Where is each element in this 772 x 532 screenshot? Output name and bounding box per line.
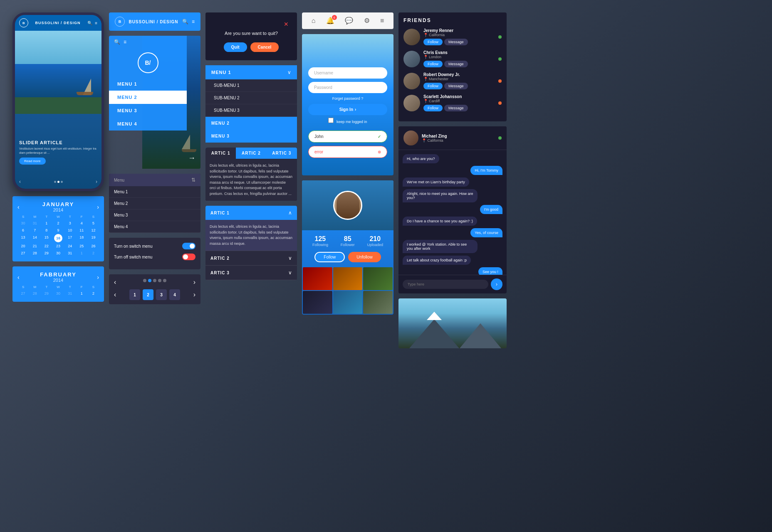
cal-day[interactable]: 31 [64,250,76,256]
username-success-field[interactable]: John ✓ [308,131,387,143]
dot-4[interactable] [158,279,161,282]
page-3[interactable]: 3 [156,289,167,300]
forgot-password-link[interactable]: Forget password ? [308,96,387,101]
message-chris-button[interactable]: Message [444,61,468,67]
cal-day-today[interactable]: 16 [54,234,62,242]
message-scarlett-button[interactable]: Message [444,105,468,111]
cal-day[interactable]: 20 [17,243,29,249]
dot-1[interactable] [143,279,146,282]
message-jeremy-button[interactable]: Message [444,39,468,45]
cal-day[interactable]: 11 [76,227,87,234]
select-item-3[interactable]: Menu 3 [109,209,200,221]
sidebar-menu-item-4[interactable]: MENU 4 [109,117,187,131]
tab-artic1[interactable]: ARTIC 1 [205,148,236,159]
menu-header-icon[interactable]: ≡ [192,19,195,25]
modal-close-icon[interactable]: ✕ [214,21,289,27]
dropdown-menu2[interactable]: MENU 2 [205,117,297,130]
cal-day[interactable]: 7 [29,227,40,234]
cal-day[interactable]: 15 [41,234,52,242]
page-2[interactable]: 2 [143,289,153,300]
cal-day[interactable]: 30 [17,220,29,227]
cal-day[interactable]: 31 [64,290,76,297]
dot-3[interactable] [61,181,63,183]
search-icon[interactable]: 🔍 [87,21,92,25]
toggle-off[interactable] [182,254,195,260]
accordion-header-2[interactable]: ARTIC 2 ∨ [205,251,297,265]
select-item-2[interactable]: Menu 2 [109,198,200,209]
cal-day[interactable]: 27 [17,250,29,256]
cal-day[interactable]: 23 [52,243,64,249]
page-4[interactable]: 4 [169,289,180,300]
select-item-4[interactable]: Menu 4 [109,221,200,233]
cal-day[interactable]: 13 [17,234,29,242]
sidebar-menu-item-1[interactable]: MENU 1 [109,77,187,91]
cal-day[interactable]: 1 [76,250,87,256]
select-item-1[interactable]: Menu 1 [109,186,200,198]
message-robert-button[interactable]: Message [444,83,468,89]
cal-prev[interactable]: ‹ [17,204,20,210]
follow-robert-button[interactable]: Follow [423,83,443,89]
list-nav-icon[interactable]: ≡ [380,17,384,25]
cal-next[interactable]: › [97,204,99,210]
cancel-button[interactable]: Cancel [250,42,279,52]
bell-nav-icon[interactable]: 🔔 6 [326,17,334,25]
accordion-header-1[interactable]: ARTIC 1 ∧ [205,206,297,220]
prev-arrow[interactable]: ‹ [19,179,21,185]
cal-day[interactable]: 22 [41,243,52,249]
num-next-arrow[interactable]: › [193,291,195,298]
username-field[interactable]: Username [308,67,387,79]
photo-5[interactable] [333,291,363,314]
cal-feb-prev[interactable]: ‹ [17,274,20,281]
profile-unfollow-button[interactable]: Unfollow [348,252,381,262]
follow-chris-button[interactable]: Follow [423,61,443,67]
cal-day[interactable]: 9 [52,227,64,234]
tab-artic3[interactable]: ARTIC 3 [267,148,297,159]
dot-1[interactable] [54,181,56,183]
dot-2[interactable] [57,181,59,183]
cal-day[interactable]: 2 [52,220,64,227]
cal-day[interactable]: 8 [41,227,52,234]
cal-day[interactable]: 14 [29,234,40,242]
toggle-on[interactable] [182,243,195,249]
error-field[interactable]: error ⊗ [308,146,387,158]
cal-day[interactable]: 27 [17,290,29,297]
cal-day[interactable]: 31 [29,220,40,227]
photo-3[interactable] [363,267,393,290]
cal-day[interactable]: 2 [88,250,99,256]
profile-follow-button[interactable]: Follow [314,252,345,262]
cal-day[interactable]: 12 [88,227,99,234]
cal-day[interactable]: 26 [88,243,99,249]
cal-day[interactable]: 29 [41,290,52,297]
cal-day[interactable]: 25 [76,243,87,249]
sidebar-arrow-icon[interactable]: → [188,154,195,163]
chat-nav-icon[interactable]: 💬 [345,17,353,25]
tab-artic2[interactable]: ARTIC 2 [236,148,266,159]
chat-send-button[interactable]: › [491,278,502,290]
cal-day[interactable]: 21 [29,243,40,249]
page-1[interactable]: 1 [129,289,140,300]
sidebar-list-icon[interactable]: ≡ [124,39,126,45]
dot-3[interactable] [153,279,156,282]
dropdown-menu1[interactable]: MENU 1 ∨ [205,65,297,79]
dot-2[interactable] [148,279,151,282]
read-more-button[interactable]: Read more [19,158,46,165]
cal-day[interactable]: 19 [88,234,99,242]
cal-day[interactable]: 3 [64,220,76,227]
search-header-icon[interactable]: 🔍 [182,19,188,25]
cal-day[interactable]: 28 [29,250,40,256]
cal-day[interactable]: 10 [64,227,76,234]
cal-day[interactable]: 30 [52,250,64,256]
accordion-header-3[interactable]: ARTIC 3 ∨ [205,266,297,280]
submenu-item-1[interactable]: SUB-MENU 1 [205,79,297,92]
home-nav-icon[interactable]: ⌂ [312,17,316,25]
password-field[interactable]: Password [308,82,387,93]
cal-day[interactable]: 18 [76,234,87,242]
chat-input[interactable] [403,280,488,289]
cal-day[interactable]: 24 [64,243,76,249]
gear-nav-icon[interactable]: ⚙ [364,17,370,25]
sidebar-menu-item-3[interactable]: MENU 3 [109,104,187,117]
cal-day[interactable]: 28 [29,290,40,297]
select-header[interactable]: Menu ⇅ [109,174,200,186]
signin-button[interactable]: Sign In › [308,104,387,115]
dot-prev-arrow[interactable]: ‹ [114,278,116,286]
